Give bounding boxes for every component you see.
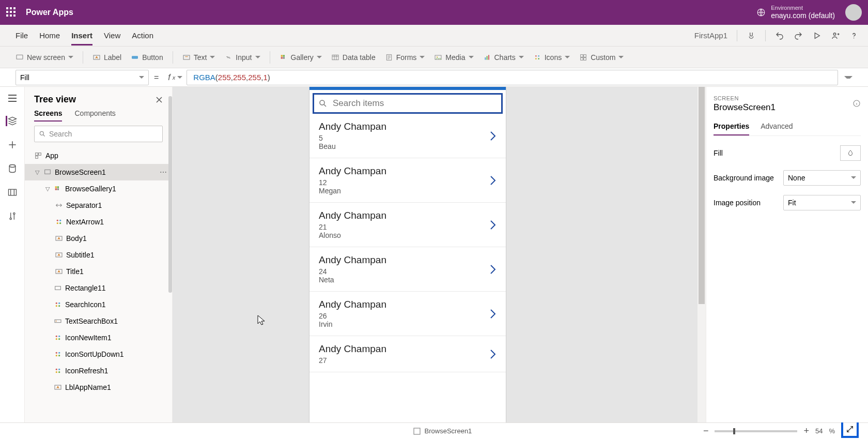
tree-panel: Tree view Screens Components Search App▽… [25, 87, 173, 422]
svg-point-49 [58, 305, 60, 307]
tree-node[interactable]: NextArrow1 [25, 214, 172, 230]
gallery-item[interactable]: Andy Champan12Megan [309, 158, 506, 203]
chevron-right-icon [489, 264, 497, 275]
prop-imgpos-select[interactable]: Fit [783, 195, 861, 210]
fullscreen-button[interactable] [841, 420, 859, 438]
gallery-item[interactable]: Andy Champan24Neta [309, 247, 506, 292]
ribbon-new-screen[interactable]: New screen [16, 53, 73, 62]
props-tab-advanced[interactable]: Advanced [761, 122, 793, 135]
tree-node[interactable]: LblAppName1 [25, 379, 172, 396]
tree-tab-components[interactable]: Components [74, 109, 115, 122]
close-icon[interactable] [156, 96, 163, 103]
svg-point-39 [59, 220, 61, 221]
tree-node[interactable]: Body1 [25, 230, 172, 247]
svg-point-2 [854, 37, 855, 38]
tree-node-icon [54, 317, 62, 325]
tree-node[interactable]: Rectangle11 [25, 280, 172, 296]
insert-plus-icon[interactable] [7, 140, 18, 150]
gallery-item[interactable]: Andy Champan5Beau [309, 114, 506, 158]
menubar-left: File Home Insert View Action [16, 27, 153, 44]
zoom-out-button[interactable]: − [703, 426, 709, 436]
gallery-item[interactable]: Andy Champan27 [309, 336, 506, 372]
tree-node[interactable]: SearchIcon1 [25, 296, 172, 313]
menu-insert[interactable]: Insert [71, 27, 92, 46]
zoom-slider[interactable] [715, 430, 797, 432]
canvas-area[interactable]: Search items Andy Champan5BeauAndy Champ… [173, 87, 706, 422]
tools-icon[interactable] [7, 211, 18, 221]
formula-expand-icon[interactable] [844, 74, 853, 81]
ribbon-custom[interactable]: Custom [579, 53, 624, 62]
app-checker-icon[interactable] [747, 31, 756, 40]
props-tab-properties[interactable]: Properties [714, 122, 749, 135]
media-rail-icon[interactable] [7, 187, 18, 198]
gallery-item[interactable]: Andy Champan21Alonso [309, 203, 506, 247]
data-icon[interactable] [7, 163, 18, 174]
tree-node[interactable]: App [25, 147, 172, 164]
svg-rect-16 [486, 56, 487, 59]
tree-scrollbar[interactable] [168, 96, 172, 293]
prop-bgimg-select[interactable]: None [783, 170, 861, 186]
twisty-down-icon[interactable]: ▽ [34, 169, 40, 176]
tree-node[interactable]: IconNewItem1 [25, 329, 172, 346]
property-selector[interactable]: Fill [16, 70, 149, 85]
phone-search-input[interactable]: Search items [313, 93, 503, 114]
ribbon-charts[interactable]: Charts [483, 53, 524, 62]
ribbon-input[interactable]: Input [224, 53, 260, 62]
tree-search-input[interactable]: Search [34, 126, 163, 142]
tree-node[interactable]: ▽BrowseScreen1⋯ [25, 164, 172, 180]
canvas-vscrollbar[interactable] [698, 87, 706, 422]
ribbon-input-label: Input [236, 53, 252, 62]
tree-node[interactable]: Title1 [25, 263, 172, 280]
gallery-item[interactable]: Andy Champan26Irvin [309, 292, 506, 336]
svg-rect-22 [581, 54, 583, 57]
redo-icon[interactable] [794, 31, 803, 40]
svg-rect-8 [283, 55, 284, 56]
new-screen-icon [16, 53, 24, 62]
environment-picker[interactable]: Environment enayu.com (default) [756, 5, 835, 20]
hamburger-icon[interactable] [7, 94, 18, 102]
tree-tab-screens[interactable]: Screens [34, 109, 62, 122]
user-avatar[interactable] [845, 4, 862, 21]
ribbon-label[interactable]: Label [92, 53, 121, 62]
tree-view-icon[interactable] [7, 116, 18, 126]
help-icon[interactable] [849, 31, 859, 40]
tree-node[interactable]: IconRefresh1 [25, 362, 172, 379]
svg-point-1 [833, 33, 836, 35]
svg-rect-15 [485, 57, 486, 60]
share-icon[interactable] [831, 31, 840, 40]
ribbon-text[interactable]: Text [182, 53, 215, 62]
play-icon[interactable] [812, 31, 822, 40]
svg-rect-63 [55, 385, 61, 389]
app-launcher-icon[interactable] [6, 7, 17, 18]
svg-point-21 [538, 58, 539, 59]
twisty-down-icon[interactable]: ▽ [44, 186, 51, 192]
fx-button[interactable]: fx [164, 73, 187, 82]
ribbon-datatable[interactable]: Data table [331, 53, 376, 62]
tree-node[interactable]: TextSearchBox1 [25, 313, 172, 329]
ribbon-icons[interactable]: Icons [533, 53, 570, 62]
tree-node[interactable]: Subtitle1 [25, 247, 172, 263]
info-icon[interactable] [853, 99, 861, 108]
chevron-right-icon [489, 130, 497, 142]
menu-home[interactable]: Home [39, 27, 60, 44]
undo-icon[interactable] [775, 31, 784, 40]
menu-file[interactable]: File [16, 27, 28, 44]
tree-node[interactable]: IconSortUpDown1 [25, 346, 172, 362]
tree-node[interactable]: Separator1 [25, 197, 172, 214]
ribbon-gallery[interactable]: Gallery [280, 53, 322, 62]
zoom-in-button[interactable]: + [803, 426, 809, 436]
ribbon-button[interactable]: Button [131, 53, 163, 62]
props-eyebrow: SCREEN [714, 95, 861, 101]
menu-action[interactable]: Action [132, 27, 153, 44]
menu-view[interactable]: View [104, 27, 120, 44]
chevron-down-icon [851, 201, 856, 206]
ribbon-media[interactable]: Media [434, 53, 473, 62]
tree-node-label: Title1 [66, 267, 84, 276]
svg-point-62 [58, 371, 60, 373]
prop-fill-color[interactable] [840, 145, 861, 161]
tree-node[interactable]: ▽BrowseGallery1 [25, 180, 172, 197]
ribbon-forms[interactable]: Forms [385, 53, 425, 62]
more-icon[interactable]: ⋯ [160, 168, 167, 176]
chevron-down-icon [851, 176, 856, 181]
formula-input[interactable]: RGBA(255, 255, 255, 1) [187, 70, 838, 85]
